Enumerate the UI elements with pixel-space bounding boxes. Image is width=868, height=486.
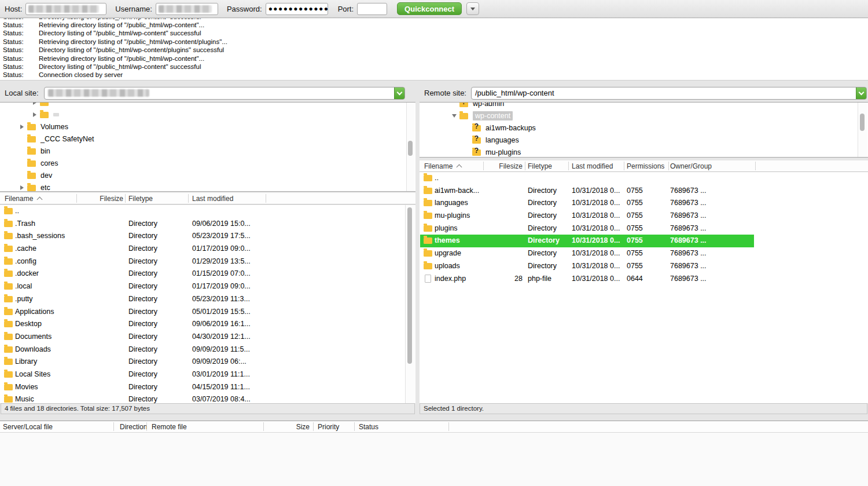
filetype-cell: Directory [128,257,157,265]
column-header-status[interactable]: Status [359,423,378,431]
file-row-themes[interactable]: themesDirectory10/31/2018 0...0755768967… [420,235,868,247]
column-divider[interactable] [113,422,114,431]
local-list-scrollbar-thumb[interactable] [407,207,412,364]
column-divider[interactable] [125,194,126,203]
log-line: Status:Retrieving directory listing of "… [0,21,868,29]
column-divider[interactable] [525,162,525,170]
tree-item-ai1wm-backups[interactable]: ?ai1wm-backups [420,122,868,134]
file-row-documents[interactable]: DocumentsDirectory04/30/2019 12:1... [0,331,415,344]
file-row-applications[interactable]: ApplicationsDirectory05/01/2019 15:5... [0,306,415,319]
file-row-local-sites[interactable]: Local SitesDirectory03/01/2019 11:1... [0,368,415,381]
column-header-permissions[interactable]: Permissions [627,162,664,170]
column-divider[interactable] [483,162,484,170]
file-row-movies[interactable]: MoviesDirectory04/15/2019 11:1... [0,381,415,394]
chevron-right-icon[interactable] [30,110,39,119]
tree-item[interactable] [0,102,415,108]
tree-item-volumes[interactable]: Volumes [0,120,415,133]
password-label: Password: [227,5,262,13]
file-row-library[interactable]: LibraryDirectory09/09/2019 06:... [0,356,415,368]
file-row-uploads[interactable]: uploadsDirectory10/31/2018 0...075576896… [420,260,868,273]
column-header-filetype[interactable]: Filetype [128,195,153,203]
column-header-remote-file[interactable]: Remote file [152,423,187,431]
remote-tree-scrollbar-thumb[interactable] [860,114,865,131]
port-label: Port: [338,5,354,13]
column-header-priority[interactable]: Priority [318,423,339,431]
column-divider[interactable] [188,194,189,203]
chevron-right-icon[interactable] [17,183,27,192]
file-row--putty[interactable]: .puttyDirectory05/23/2019 11:3... [0,293,415,306]
file-row-plugins[interactable]: pluginsDirectory10/31/2018 0...075576896… [420,222,868,235]
tree-item--ccc-safetynet[interactable]: _CCC SafetyNet [0,133,415,145]
tree-item-etc[interactable]: etc [0,181,415,192]
column-divider[interactable] [263,422,264,431]
host-input[interactable] [25,3,106,15]
column-divider[interactable] [448,422,449,431]
tree-item-dev[interactable]: dev [0,169,415,181]
tree-item[interactable] [0,108,415,120]
remote-site-dropdown-button[interactable] [856,87,867,100]
file-row-languages[interactable]: languagesDirectory10/31/2018 0...0755768… [420,197,868,210]
password-input[interactable]: ●●●●●●●●●●●● [266,3,328,15]
column-header-server-local-file[interactable]: Server/Local file [3,423,53,431]
tree-item-languages[interactable]: ?languages [420,134,868,146]
port-input[interactable] [357,3,387,15]
file-row--[interactable]: .. [420,172,868,185]
file-row--docker[interactable]: .dockerDirectory01/15/2019 07:0... [0,268,415,280]
tree-item-cores[interactable]: cores [0,157,415,169]
file-row--bash-sessions[interactable]: .bash_sessionsDirectory05/23/2019 17:5..… [0,230,415,243]
filename-cell: Music [15,395,34,403]
chevron-right-icon[interactable] [17,122,27,131]
file-row-index-php[interactable]: index.php28php-file10/31/2018 0...064476… [420,273,868,286]
column-divider[interactable] [146,422,147,431]
folder-icon [27,122,38,131]
column-header-last-modified[interactable]: Last modified [192,195,233,203]
last-modified-cell: 05/23/2019 11:3... [192,295,250,303]
column-divider[interactable] [76,194,77,203]
file-row-desktop[interactable]: DesktopDirectory09/06/2019 16:1... [0,318,415,331]
file-row-music[interactable]: MusicDirectory03/07/2019 08:4... [0,393,415,403]
file-row-ai1wm-back-[interactable]: ai1wm-back...Directory10/31/2018 0...075… [420,185,868,198]
tree-item-bin[interactable]: bin [0,145,415,157]
local-site-combobox[interactable] [44,87,405,100]
file-row--[interactable]: .. [0,205,415,218]
column-header-owner-group[interactable]: Owner/Group [670,162,712,170]
column-header-filesize[interactable]: Filesize [482,162,523,170]
column-header-size[interactable]: Size [278,423,310,431]
username-input[interactable] [156,3,218,15]
column-header-filesize[interactable]: Filesize [81,195,123,203]
column-divider[interactable] [624,162,624,170]
column-divider[interactable] [266,194,266,203]
file-row--trash[interactable]: .TrashDirectory09/06/2019 15:0... [0,218,415,231]
remote-directory-tree: ?wp-adminwp-content?ai1wm-backups?langua… [420,102,868,158]
chevron-down-icon[interactable] [450,111,459,120]
quickconnect-dropdown-button[interactable] [466,2,479,15]
file-row-upgrade[interactable]: upgradeDirectory10/31/2018 0...075576896… [420,247,868,260]
file-row-downloads[interactable]: DownloadsDirectory09/09/2019 11:5... [0,344,415,356]
column-divider[interactable] [568,162,569,170]
last-modified-cell: 09/09/2019 11:5... [192,345,250,353]
column-divider[interactable] [354,422,355,431]
column-header-last-modified[interactable]: Last modified [572,162,613,170]
column-header-filetype[interactable]: Filetype [528,162,552,170]
file-row-mu-plugins[interactable]: mu-pluginsDirectory10/31/2018 0...075576… [420,210,868,222]
local-tree-scrollbar-thumb[interactable] [408,141,413,156]
column-divider[interactable] [668,162,669,170]
column-header-direction[interactable]: Direction [120,423,147,431]
column-header-filename[interactable]: Filename [424,162,461,170]
file-row--config[interactable]: .configDirectory01/29/2019 13:5... [0,255,415,268]
tree-item-wp-content[interactable]: wp-content [420,109,868,122]
file-row--cache[interactable]: .cacheDirectory01/17/2019 09:0... [0,243,415,255]
password-value: ●●●●●●●●●●●● [269,3,329,15]
chevron-right-icon[interactable] [30,102,39,107]
local-site-dropdown-button[interactable] [394,87,405,100]
quickconnect-button[interactable]: Quickconnect [397,2,462,15]
column-header-filename[interactable]: Filename [5,195,42,203]
remote-site-combobox[interactable]: /public_html/wp-content [471,87,867,100]
last-modified-cell: 09/06/2019 15:0... [192,220,251,228]
permissions-cell: 0755 [627,249,643,257]
column-divider[interactable] [755,162,756,170]
file-row--local[interactable]: .localDirectory01/17/2019 09:0... [0,280,415,293]
tree-item-mu-plugins[interactable]: ?mu-plugins [420,146,868,158]
tree-item-wp-admin[interactable]: ?wp-admin [420,102,868,109]
column-divider[interactable] [313,422,314,431]
